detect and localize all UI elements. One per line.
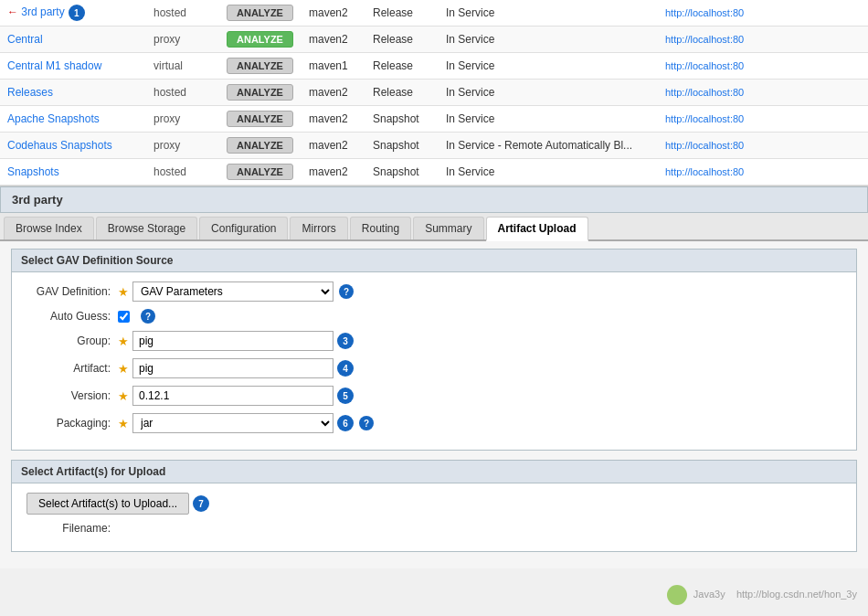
repo-format-cell: maven1 bbox=[302, 53, 365, 80]
repo-policy-cell: Release bbox=[365, 80, 439, 106]
tab-summary[interactable]: Summary bbox=[413, 217, 483, 239]
repo-name-text: 3rd party bbox=[21, 5, 64, 18]
repo-type-cell: proxy bbox=[146, 27, 219, 53]
repo-url-cell[interactable]: http://localhost:80 bbox=[658, 159, 868, 186]
gav-definition-label: GAV Definition: bbox=[26, 285, 118, 298]
repo-type-cell: hosted bbox=[146, 80, 219, 106]
arrow-annotation-1: ← bbox=[7, 5, 21, 18]
repo-url-cell[interactable]: http://localhost:80 bbox=[658, 0, 868, 27]
repo-status-cell: In Service bbox=[439, 159, 658, 186]
gav-definition-select-wrapper: GAV ParametersPOM File bbox=[132, 281, 333, 302]
auto-guess-checkbox[interactable] bbox=[118, 311, 130, 323]
repo-url-cell[interactable]: http://localhost:80 bbox=[658, 106, 868, 133]
packaging-select[interactable]: jarwarpomear bbox=[132, 413, 333, 433]
table-row[interactable]: ReleaseshostedANALYZEmaven2ReleaseIn Ser… bbox=[0, 80, 868, 106]
gav-definition-section: Select GAV Definition Source GAV Definit… bbox=[11, 249, 857, 451]
table-row[interactable]: SnapshotshostedANALYZEmaven2SnapshotIn S… bbox=[0, 159, 868, 186]
version-row: Version: ★ 5 bbox=[26, 386, 842, 406]
artifact-upload-section-body: Select Artifact(s) to Upload... 7 Filena… bbox=[12, 483, 856, 551]
tab-routing[interactable]: Routing bbox=[350, 217, 411, 239]
packaging-help-icon[interactable]: ? bbox=[359, 416, 374, 430]
repo-url-cell[interactable]: http://localhost:80 bbox=[658, 133, 868, 159]
repo-analyze-cell[interactable]: ANALYZE bbox=[219, 53, 302, 80]
repo-name-text: Codehaus Snapshots bbox=[7, 139, 112, 152]
repo-name-text: Central bbox=[7, 33, 43, 46]
repo-url-cell[interactable]: http://localhost:80 bbox=[658, 80, 868, 106]
analyze-button[interactable]: ANALYZE bbox=[227, 111, 293, 127]
table-row[interactable]: Central M1 shadowvirtualANALYZEmaven1Rel… bbox=[0, 53, 868, 80]
tab-configuration[interactable]: Configuration bbox=[199, 217, 288, 239]
analyze-button[interactable]: ANALYZE bbox=[227, 5, 293, 21]
required-star-gav: ★ bbox=[118, 285, 129, 299]
table-row[interactable]: CentralproxyANALYZEmaven2ReleaseIn Servi… bbox=[0, 27, 868, 53]
panel-title: 3rd party bbox=[0, 186, 868, 213]
repo-url-cell[interactable]: http://localhost:80 bbox=[658, 53, 868, 80]
repo-policy-cell: Release bbox=[365, 27, 439, 53]
artifact-input[interactable] bbox=[132, 358, 333, 378]
packaging-badge: 6 bbox=[337, 415, 354, 431]
repo-type-cell: proxy bbox=[146, 106, 219, 133]
repo-url-cell[interactable]: http://localhost:80 bbox=[658, 27, 868, 53]
repo-analyze-cell[interactable]: ANALYZE bbox=[219, 106, 302, 133]
repo-analyze-cell[interactable]: ANALYZE bbox=[219, 0, 302, 27]
analyze-button[interactable]: ANALYZE bbox=[227, 164, 293, 180]
tab-browse-storage[interactable]: Browse Storage bbox=[96, 217, 197, 239]
analyze-button[interactable]: ANALYZE bbox=[227, 84, 293, 101]
repo-policy-cell: Snapshot bbox=[365, 159, 439, 186]
repo-analyze-cell[interactable]: ANALYZE bbox=[219, 27, 302, 53]
auto-guess-label: Auto Guess: bbox=[26, 310, 118, 323]
tab-browse-index[interactable]: Browse Index bbox=[4, 217, 94, 239]
required-star-group: ★ bbox=[118, 335, 129, 348]
repo-status-cell: In Service - Remote Automatically Bl... bbox=[439, 133, 658, 159]
repo-policy-cell: Release bbox=[365, 53, 439, 80]
group-label: Group: bbox=[26, 335, 118, 347]
repo-status-cell: In Service bbox=[439, 27, 658, 53]
auto-guess-row: Auto Guess: ? bbox=[26, 309, 842, 324]
repo-format-cell: maven2 bbox=[302, 133, 365, 159]
repo-status-cell: In Service bbox=[439, 53, 658, 80]
select-artifact-button[interactable]: Select Artifact(s) to Upload... bbox=[26, 493, 189, 515]
gav-definition-select[interactable]: GAV ParametersPOM File bbox=[132, 281, 333, 302]
analyze-button[interactable]: ANALYZE bbox=[227, 58, 293, 74]
artifact-row: Artifact: ★ 4 bbox=[26, 358, 842, 378]
repo-name-cell: Central M1 shadow bbox=[0, 53, 146, 80]
version-input[interactable] bbox=[132, 386, 333, 406]
gav-help-icon[interactable]: ? bbox=[339, 284, 354, 299]
repo-type-cell: hosted bbox=[146, 159, 219, 186]
filename-label: Filename: bbox=[26, 522, 118, 535]
repo-analyze-cell[interactable]: ANALYZE bbox=[219, 159, 302, 186]
form-area: Select GAV Definition Source GAV Definit… bbox=[0, 241, 868, 568]
repo-status-cell: In Service bbox=[439, 106, 658, 133]
repo-type-cell: proxy bbox=[146, 133, 219, 159]
required-star-version: ★ bbox=[118, 389, 129, 403]
tab-artifact-upload[interactable]: Artifact Upload bbox=[486, 217, 588, 241]
repo-analyze-cell[interactable]: ANALYZE bbox=[219, 133, 302, 159]
artifact-label: Artifact: bbox=[26, 362, 118, 375]
filename-row: Filename: bbox=[26, 522, 842, 535]
version-badge: 5 bbox=[337, 388, 354, 404]
gav-definition-section-title: Select GAV Definition Source bbox=[12, 250, 856, 272]
analyze-button[interactable]: ANALYZE bbox=[227, 31, 293, 48]
packaging-label: Packaging: bbox=[26, 417, 118, 430]
packaging-select-wrapper: jarwarpomear bbox=[132, 413, 333, 433]
repo-analyze-cell[interactable]: ANALYZE bbox=[219, 80, 302, 106]
analyze-button[interactable]: ANALYZE bbox=[227, 137, 293, 154]
auto-guess-help-icon[interactable]: ? bbox=[141, 309, 155, 324]
tab-mirrors[interactable]: Mirrors bbox=[290, 217, 347, 239]
table-row[interactable]: ← 3rd party1hostedANALYZEmaven2ReleaseIn… bbox=[0, 0, 868, 27]
table-row[interactable]: Apache SnapshotsproxyANALYZEmaven2Snapsh… bbox=[0, 106, 868, 133]
table-row[interactable]: Codehaus SnapshotsproxyANALYZEmaven2Snap… bbox=[0, 133, 868, 159]
group-row: Group: ★ 3 bbox=[26, 331, 842, 351]
repo-name-cell: ← 3rd party1 bbox=[0, 0, 146, 27]
repo-name-text: Apache Snapshots bbox=[7, 112, 100, 125]
repo-name-cell: Apache Snapshots bbox=[0, 106, 146, 133]
repo-name-cell: Codehaus Snapshots bbox=[0, 133, 146, 159]
group-input[interactable] bbox=[132, 331, 333, 351]
gav-definition-section-body: GAV Definition: ★ GAV ParametersPOM File… bbox=[12, 272, 856, 450]
required-star-packaging: ★ bbox=[118, 417, 129, 430]
artifact-upload-section-title: Select Artifact(s) for Upload bbox=[12, 461, 856, 483]
required-star-artifact: ★ bbox=[118, 362, 129, 376]
repo-name-cell: Central bbox=[0, 27, 146, 53]
repository-table-area: ← 3rd party1hostedANALYZEmaven2ReleaseIn… bbox=[0, 0, 868, 186]
repository-table: ← 3rd party1hostedANALYZEmaven2ReleaseIn… bbox=[0, 0, 868, 186]
